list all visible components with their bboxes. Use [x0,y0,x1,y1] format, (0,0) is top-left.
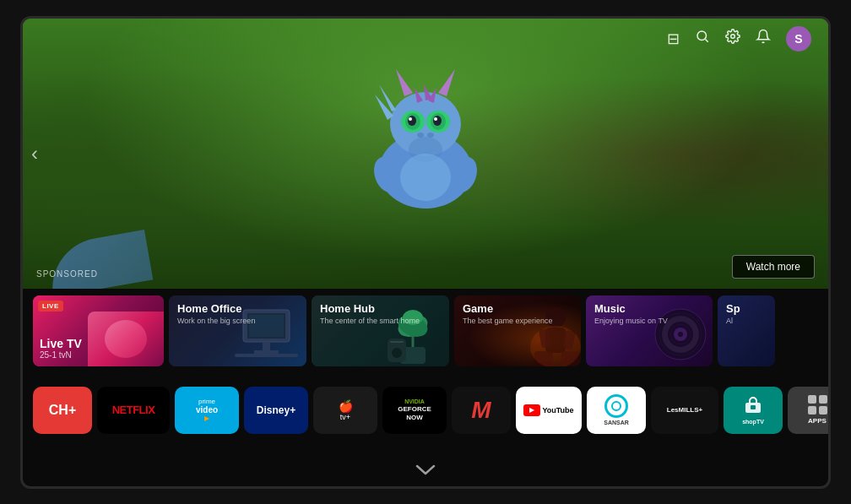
app-youtube[interactable]: ▶ YouTube [516,387,582,434]
search-icon[interactable] [695,29,710,48]
app-masterclass[interactable]: M [452,387,511,434]
hero-banner: ‹ SPONSORED Watch more [23,19,828,289]
settings-icon[interactable] [725,29,740,48]
category-home-hub[interactable]: Home Hub The center of the smart home [312,295,449,366]
svg-rect-31 [235,354,298,357]
music-title: Music [594,302,668,315]
apps-row: CH+ NETFLIX prime video ▶ Disney+ 🍎 tv+ [23,380,828,441]
svg-point-18 [427,133,434,138]
sponsored-label: SPONSORED [36,269,98,279]
music-subtitle: Enjoying music on TV [594,317,668,325]
svg-point-38 [392,348,402,358]
music-label: Music Enjoying music on TV [594,302,668,325]
office-title: Home Office [177,302,255,315]
svg-point-16 [434,117,437,121]
live-tv-title: Live TV [40,337,82,350]
svg-point-46 [530,326,581,366]
game-label: Game The best game experience [463,302,553,325]
scroll-down-arrow[interactable] [415,464,436,480]
game-title: Game [463,302,553,315]
app-netflix[interactable]: NETFLIX [97,387,170,434]
svg-rect-56 [751,405,756,409]
app-geforce-now[interactable]: NVIDIA GEFORCE NOW [382,387,447,434]
category-home-office[interactable]: Home Office Work on the big screen [169,295,306,366]
app-disney-plus[interactable]: Disney+ [244,387,308,434]
category-music[interactable]: Music Enjoying music on TV [586,295,713,366]
svg-rect-28 [263,342,270,350]
svg-marker-6 [438,69,455,96]
dragon-image [333,44,518,230]
svg-point-17 [417,133,424,138]
categories-row: LIVE Live TV 25-1 tvN Home Office [23,289,828,373]
hero-prev-arrow[interactable]: ‹ [31,142,38,165]
app-prime-video[interactable]: prime video ▶ [175,387,239,434]
svg-point-2 [731,35,735,39]
svg-marker-5 [396,69,413,96]
app-chplus[interactable]: CH+ [33,387,92,434]
hub-label: Home Hub The center of the smart home [320,302,420,325]
svg-point-15 [409,117,412,121]
svg-point-25 [400,154,451,201]
app-shoptv[interactable]: shopTV [724,387,783,434]
category-sp[interactable]: Sp Al [718,295,775,366]
svg-line-1 [705,39,707,41]
hub-title: Home Hub [320,302,420,315]
app-apple-tv[interactable]: 🍎 tv+ [313,387,377,434]
category-live-tv[interactable]: LIVE Live TV 25-1 tvN [33,295,164,366]
live-tv-content: Live TV 25-1 tvN [40,337,82,360]
game-subtitle: The best game experience [463,317,553,325]
tv-frame: ⊟ S [20,16,831,489]
app-sansar[interactable]: SANSAR [587,387,646,434]
live-badge: LIVE [38,301,63,312]
app-apps[interactable]: APPS [788,387,831,434]
svg-point-51 [678,332,683,337]
top-bar: ⊟ S [23,19,828,59]
office-label: Home Office Work on the big screen [177,302,255,325]
svg-point-14 [433,116,442,126]
app-lesmills[interactable]: LesMILLS+ [651,387,718,434]
office-subtitle: Work on the big screen [177,317,255,325]
svg-point-0 [697,31,707,41]
avatar[interactable]: S [786,26,811,51]
bell-icon[interactable] [756,29,771,48]
hub-subtitle: The center of the smart home [320,317,420,325]
svg-rect-29 [254,350,279,354]
live-tv-subtitle: 25-1 tvN [40,350,82,360]
watch-more-button[interactable]: Watch more [732,255,815,279]
sp-subtitle: Al [726,317,740,325]
sp-label: Sp Al [726,302,740,325]
svg-rect-39 [390,341,404,343]
remote-icon[interactable]: ⊟ [667,30,680,48]
category-game[interactable]: Game The best game experience [454,295,581,366]
sp-title: Sp [726,302,740,315]
svg-point-13 [408,116,416,126]
